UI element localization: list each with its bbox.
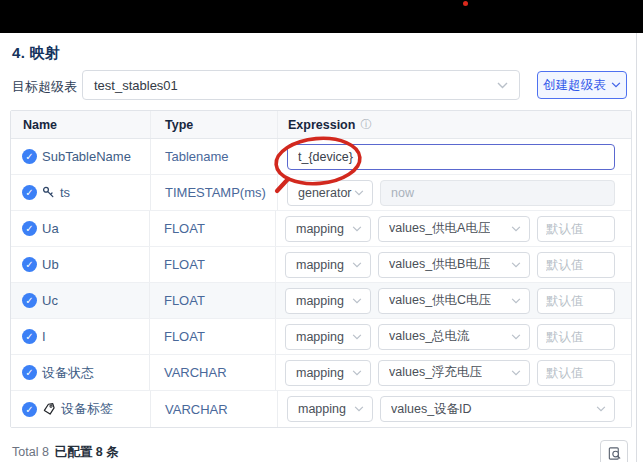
table-row: ✓ Ua FLOAT mapping values_供电A电压 <box>11 211 631 247</box>
chevron-down-icon <box>511 298 521 304</box>
expression-mode-select[interactable]: mapping <box>287 396 373 422</box>
create-supertable-label: 创建超级表 <box>543 77 606 94</box>
table-row: ✓ Uc FLOAT mapping values_供电C电压 <box>11 283 631 319</box>
chevron-down-icon <box>611 82 621 88</box>
chevron-down-icon <box>511 334 521 340</box>
source-field-select[interactable]: values_设备ID <box>380 396 615 422</box>
subtable-expression-input[interactable] <box>287 144 615 170</box>
field-type: VARCHAR <box>150 355 276 390</box>
check-circle-icon[interactable]: ✓ <box>22 185 37 200</box>
field-type: VARCHAR <box>151 391 278 427</box>
default-value-input[interactable] <box>537 360 615 386</box>
preview-data-button[interactable] <box>600 440 628 462</box>
chevron-down-icon <box>511 370 521 376</box>
field-name: 设备状态 <box>42 364 94 382</box>
field-name: I <box>42 329 46 344</box>
window-top-bar <box>0 0 643 33</box>
expression-mode-value: mapping <box>296 366 344 380</box>
field-name: 设备标签 <box>61 400 113 418</box>
check-circle-icon[interactable]: ✓ <box>22 293 37 308</box>
table-row: ✓ SubTableName Tablename <box>11 139 631 175</box>
check-circle-icon[interactable]: ✓ <box>22 149 37 164</box>
default-value-input[interactable] <box>537 288 615 314</box>
source-field-value: values_供电B电压 <box>389 256 490 273</box>
field-type: Tablename <box>151 139 278 174</box>
field-name: Ub <box>42 257 59 272</box>
check-circle-icon[interactable]: ✓ <box>22 257 37 272</box>
chevron-down-icon <box>497 82 508 89</box>
chevron-down-icon <box>352 262 362 268</box>
expression-mode-select[interactable]: mapping <box>285 288 371 314</box>
chevron-down-icon <box>352 370 362 376</box>
expression-mode-select[interactable]: mapping <box>285 324 371 350</box>
field-name: Ua <box>42 221 59 236</box>
field-name: ts <box>60 185 70 200</box>
default-value-input[interactable] <box>537 252 615 278</box>
field-type: FLOAT <box>150 211 276 246</box>
expression-mode-select[interactable]: mapping <box>285 216 371 242</box>
check-circle-icon[interactable]: ✓ <box>22 329 37 344</box>
field-type: FLOAT <box>150 283 276 318</box>
table-total-summary: Total 8已配置 8 条 <box>12 444 119 461</box>
column-header-name: Name <box>11 111 151 138</box>
info-icon[interactable]: ⓘ <box>360 117 371 132</box>
supertable-select-value: test_stables01 <box>94 78 178 93</box>
source-field-value: values_浮充电压 <box>389 364 482 381</box>
check-circle-icon[interactable]: ✓ <box>22 221 37 236</box>
preview-search-icon <box>607 446 622 461</box>
table-row: ✓ 设备状态 VARCHAR mapping values_浮充电压 <box>11 355 631 391</box>
expression-mode-select[interactable]: mapping <box>285 360 371 386</box>
mapping-table: Name Type Expression ⓘ ✓ SubTableName Ta… <box>10 110 632 428</box>
table-row: ✓ 设备标签 VARCHAR mapping values_设备ID <box>11 391 631 427</box>
column-header-expression: Expression ⓘ <box>278 111 631 138</box>
expression-mode-value: mapping <box>296 330 344 344</box>
check-circle-icon[interactable]: ✓ <box>22 402 37 417</box>
primary-key-icon <box>42 186 55 199</box>
check-circle-icon[interactable]: ✓ <box>22 365 37 380</box>
source-field-select[interactable]: values_供电A电压 <box>378 216 530 242</box>
expression-mode-select[interactable]: generator <box>287 180 373 206</box>
field-type: FLOAT <box>150 247 276 282</box>
source-field-select[interactable]: values_供电B电压 <box>378 252 530 278</box>
field-type: TIMESTAMP(ms) <box>151 175 278 210</box>
source-field-value: values_供电A电压 <box>389 220 490 237</box>
expression-mode-value: mapping <box>296 258 344 272</box>
chevron-down-icon <box>352 226 362 232</box>
create-supertable-button[interactable]: 创建超级表 <box>537 71 627 99</box>
source-field-select[interactable]: values_浮充电压 <box>378 360 530 386</box>
expression-mode-value: mapping <box>296 222 344 236</box>
table-row: ✓ I FLOAT mapping values_总电流 <box>11 319 631 355</box>
page-title: 4. 映射 <box>12 44 60 63</box>
chevron-down-icon <box>511 262 521 268</box>
expression-mode-value: generator <box>298 186 352 200</box>
target-supertable-label: 目标超级表 <box>12 78 77 96</box>
supertable-select[interactable]: test_stables01 <box>82 70 520 100</box>
chevron-down-icon <box>354 406 364 412</box>
source-field-select[interactable]: values_供电C电压 <box>378 288 530 314</box>
total-label: Total 8 <box>12 445 49 459</box>
recording-dot-icon <box>463 1 468 6</box>
chevron-down-icon <box>511 226 521 232</box>
chevron-down-icon <box>596 406 606 412</box>
chevron-down-icon <box>354 190 364 196</box>
default-value-input[interactable] <box>537 324 615 350</box>
table-header: Name Type Expression ⓘ <box>11 111 631 139</box>
tag-icon <box>42 402 56 416</box>
field-type: FLOAT <box>150 319 276 354</box>
default-value-input[interactable] <box>537 216 615 242</box>
field-name: SubTableName <box>42 149 131 164</box>
expression-mode-value: mapping <box>298 402 346 416</box>
field-name: Uc <box>42 293 58 308</box>
source-field-value: values_设备ID <box>391 401 472 418</box>
chevron-down-icon <box>352 298 362 304</box>
column-header-type: Type <box>151 111 278 138</box>
generator-value-input <box>380 180 615 206</box>
expression-mode-select[interactable]: mapping <box>285 252 371 278</box>
source-field-value: values_供电C电压 <box>389 292 491 309</box>
expression-mode-value: mapping <box>296 294 344 308</box>
table-row: ✓ ts TIMESTAMP(ms) generator <box>11 175 631 211</box>
window-edge-divider <box>636 33 637 462</box>
source-field-value: values_总电流 <box>389 328 470 345</box>
source-field-select[interactable]: values_总电流 <box>378 324 530 350</box>
configured-label: 已配置 8 条 <box>55 445 119 459</box>
